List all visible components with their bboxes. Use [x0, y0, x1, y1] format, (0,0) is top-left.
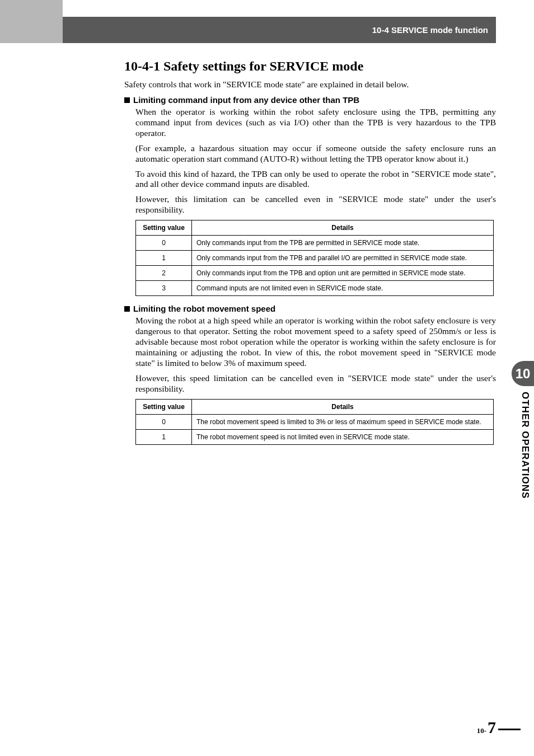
table-speed-limit: Setting value Details 0 The robot moveme… [135, 399, 494, 445]
col-details: Details [192, 399, 494, 414]
page-number: 7 [488, 718, 496, 737]
chapter-tab: 10 [512, 361, 534, 386]
table-row: Setting value Details [136, 399, 494, 414]
cell-value: 3 [136, 281, 192, 296]
table-row: 1 The robot movement speed is not limite… [136, 429, 494, 444]
col-setting-value: Setting value [136, 220, 192, 236]
chapter-label: OTHER OPERATIONS [519, 392, 531, 499]
cell-detail: The robot movement speed is not limited … [192, 429, 494, 444]
page-footer: 10- 7 [477, 718, 496, 737]
table-row: 0 The robot movement speed is limited to… [136, 414, 494, 429]
block1-p1: When the operator is working within the … [135, 107, 496, 139]
block2-title: Limiting the robot movement speed [133, 304, 275, 313]
block-limit-command: Limiting command input from any device o… [124, 95, 496, 296]
cell-detail: The robot movement speed is limited to 3… [192, 414, 494, 429]
table-row: 0 Only commands input from the TPB are p… [136, 236, 494, 251]
table-row: 3 Command inputs are not limited even in… [136, 281, 494, 296]
cell-value: 1 [136, 429, 192, 444]
square-bullet-icon [124, 306, 130, 312]
cell-value: 1 [136, 251, 192, 266]
block1-title-row: Limiting command input from any device o… [124, 95, 496, 105]
block-limit-speed: Limiting the robot movement speed Moving… [124, 304, 496, 444]
chapter-number: 10 [516, 366, 531, 382]
cell-value: 0 [136, 236, 192, 251]
table-row: Setting value Details [136, 220, 494, 236]
header-bar: 10-4 SERVICE mode function [63, 17, 496, 43]
block1-title: Limiting command input from any device o… [133, 95, 359, 105]
cell-detail: Only commands input from the TPB and opt… [192, 266, 494, 281]
section-heading: 10-4-1 Safety settings for SERVICE mode [124, 59, 496, 74]
block1-p3: To avoid this kind of hazard, the TPB ca… [135, 169, 496, 190]
table-command-limit: Setting value Details 0 Only commands in… [135, 220, 494, 296]
main-content: 10-4-1 Safety settings for SERVICE mode … [124, 59, 496, 453]
cell-detail: Only commands input from the TPB are per… [192, 236, 494, 251]
table-row: 1 Only commands input from the TPB and p… [136, 251, 494, 266]
page-prefix: 10- [477, 726, 486, 735]
cell-detail: Command inputs are not limited even in S… [192, 281, 494, 296]
square-bullet-icon [124, 97, 130, 103]
top-gray-band [0, 0, 63, 43]
cell-value: 0 [136, 414, 192, 429]
block1-p4: However, this limitation can be cancelle… [135, 194, 496, 215]
block1-p2: (For example, a hazardous situation may … [135, 143, 496, 165]
block2-p1: Moving the robot at a high speed while a… [135, 316, 496, 369]
cell-value: 2 [136, 266, 192, 281]
block2-title-row: Limiting the robot movement speed [124, 304, 496, 313]
section-intro: Safety controls that work in "SERVICE mo… [124, 79, 496, 90]
header-title: 10-4 SERVICE mode function [372, 25, 488, 35]
block2-p2: However, this speed limitation can be ca… [135, 373, 496, 395]
cell-detail: Only commands input from the TPB and par… [192, 251, 494, 266]
footer-rule [498, 729, 521, 730]
col-details: Details [192, 220, 494, 236]
col-setting-value: Setting value [136, 399, 192, 414]
table-row: 2 Only commands input from the TPB and o… [136, 266, 494, 281]
